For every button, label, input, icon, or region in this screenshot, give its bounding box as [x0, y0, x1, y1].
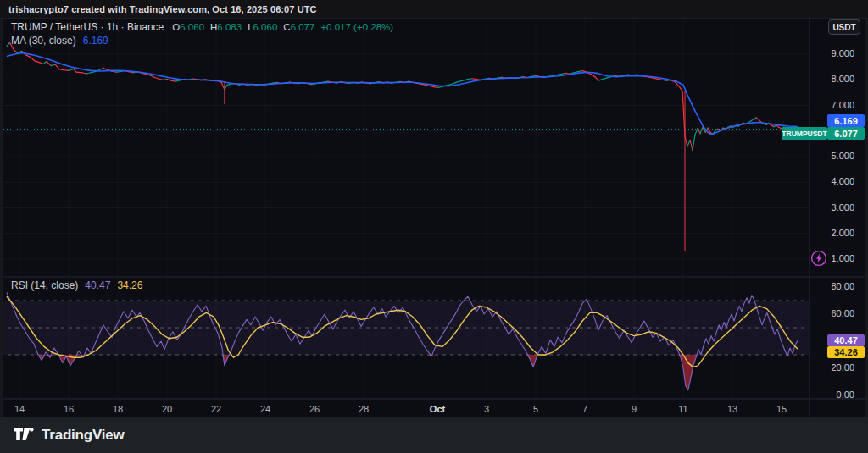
attribution-text: trishacrypto7 created with TradingView.c…: [8, 4, 317, 14]
ohlc-low: L6.060: [248, 22, 277, 32]
ohlc-high: H6.083: [210, 22, 242, 32]
time-tick: 9: [632, 404, 637, 414]
rsi-tick: 80.00: [812, 281, 861, 291]
ohlc-open-value: 6.060: [180, 22, 204, 32]
price-pane-canvas[interactable]: [0, 19, 810, 277]
ma-legend-title: MA (30, close): [11, 35, 76, 47]
symbol-tag-label: TRUMPUSDT: [782, 127, 827, 140]
time-tick: 24: [260, 404, 270, 414]
flash-order-button[interactable]: [810, 250, 827, 267]
rsi-legend-value: 40.47: [85, 279, 110, 291]
main-legend-row: TRUMP / TetherUS · 1h · Binance O6.060 H…: [11, 21, 393, 33]
time-tick: 11: [678, 404, 687, 414]
ohlc-open-label: O: [172, 22, 180, 32]
ohlc-high-value: 6.083: [217, 22, 242, 32]
time-tick: 5: [533, 404, 538, 414]
price-tick: 9.000: [812, 48, 861, 58]
tradingview-logo-icon: [14, 428, 35, 444]
time-tick: 15: [776, 404, 787, 414]
price-tick: 8.000: [812, 74, 861, 84]
time-tick: Oct: [430, 404, 445, 414]
last-price-label: 6.077: [827, 127, 865, 140]
price-tick: 2.000: [812, 228, 861, 238]
lightning-icon: [810, 257, 827, 269]
currency-toggle-button[interactable]: USDT: [828, 19, 860, 35]
rsi-value-label: 40.47: [827, 334, 865, 346]
ohlc-close: C6.077: [283, 22, 314, 32]
ohlc-open: O6.060: [172, 22, 204, 32]
rsi-legend-row: RSI (14, close) 40.47 34.26: [11, 279, 142, 291]
time-tick: 26: [309, 404, 320, 414]
time-tick: 3: [484, 404, 489, 414]
time-tick: 18: [113, 404, 123, 414]
price-tick: 3.000: [812, 202, 861, 213]
time-tick: 13: [727, 404, 737, 414]
price-tick: 5.000: [812, 151, 861, 161]
ohlc-close-value: 6.077: [291, 22, 315, 32]
rsi-ma-legend-value: 34.26: [117, 279, 142, 291]
ohlc-low-value: 6.060: [253, 22, 278, 32]
brand-name: TradingView: [42, 427, 125, 444]
tradingview-chart-widget: trishacrypto7 created with TradingView.c…: [0, 0, 868, 453]
time-tick: 14: [14, 404, 25, 414]
time-tick: 22: [211, 404, 221, 414]
footer-bar: TradingView: [0, 417, 868, 453]
rsi-tick: 60.00: [812, 308, 861, 318]
rsi-ma-value-label: 34.26: [827, 346, 865, 358]
ma-price-label: 6.169: [827, 114, 865, 127]
rsi-tick: 0.00: [812, 389, 861, 400]
rsi-pane-canvas[interactable]: [0, 277, 810, 399]
change-value: +0.017 (+0.28%): [320, 22, 393, 32]
widget-left-border: [0, 19, 3, 417]
ohlc-close-label: C: [283, 22, 290, 32]
time-tick: 20: [162, 404, 172, 414]
symbol-title[interactable]: TRUMP / TetherUS · 1h · Binance: [11, 21, 164, 33]
time-tick: 7: [582, 404, 587, 414]
rsi-legend-title: RSI (14, close): [11, 279, 78, 291]
tradingview-logo-link[interactable]: TradingView: [14, 427, 125, 444]
price-tick: 4.000: [812, 176, 861, 186]
ma-legend-value: 6.169: [83, 35, 108, 47]
time-tick: 28: [359, 404, 369, 414]
attribution-bar: trishacrypto7 created with TradingView.c…: [0, 0, 868, 19]
price-tick: 7.000: [812, 100, 861, 110]
rsi-tick: 20.00: [812, 362, 861, 373]
time-tick: 16: [64, 404, 74, 414]
ma-legend-row: MA (30, close) 6.169: [11, 35, 108, 47]
